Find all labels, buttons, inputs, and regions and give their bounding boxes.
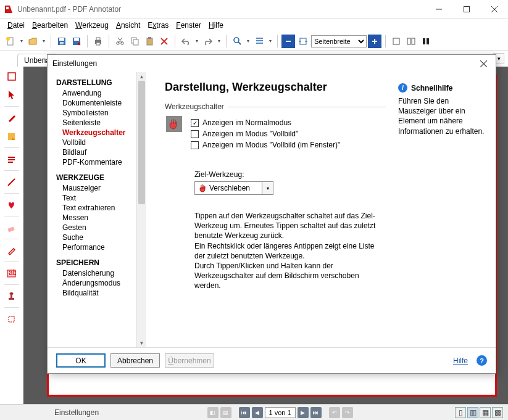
zoom-select[interactable]: Seitenbreite: [311, 35, 367, 47]
nav-item-vollbild[interactable]: Vollbild: [56, 138, 145, 147]
thumb-1-icon[interactable]: ◧: [207, 407, 219, 418]
nav-item-werkzeugschalter[interactable]: Werkzeugschalter: [56, 128, 145, 138]
line-icon[interactable]: [4, 175, 19, 189]
nav-item-suche[interactable]: Suche: [56, 233, 145, 242]
nav-item-text[interactable]: Text: [56, 193, 145, 203]
next-page-button[interactable]: ▶: [298, 407, 309, 418]
redo-icon[interactable]: [201, 35, 215, 48]
layout-2-icon[interactable]: [404, 35, 418, 48]
menu-extras[interactable]: Extras: [145, 20, 171, 31]
nav-scrollbar[interactable]: ▲ ▼: [136, 72, 146, 347]
menu-bearbeiten[interactable]: Bearbeiten: [30, 20, 70, 31]
apply-button[interactable]: Übernehmen: [165, 353, 214, 368]
nav-item-bildqualit-t[interactable]: Bildqualität: [56, 288, 145, 298]
view-single-icon[interactable]: ▯: [455, 407, 466, 418]
help-link[interactable]: Hilfe: [453, 356, 468, 365]
nav-item-anwendung[interactable]: Anwendung: [56, 88, 145, 98]
save-as-icon[interactable]: [70, 35, 83, 48]
help-icon[interactable]: ?: [477, 355, 487, 366]
new-dropdown[interactable]: ▾: [19, 38, 25, 44]
nav-item-performance[interactable]: Performance: [56, 242, 145, 252]
zoom-in-icon[interactable]: [368, 35, 381, 48]
scroll-thumb[interactable]: [138, 81, 145, 204]
target-tool-dropdown[interactable]: ▾: [262, 181, 273, 195]
checkbox-icon[interactable]: ✓: [191, 119, 199, 127]
new-icon[interactable]: [4, 35, 17, 48]
checkbox-icon[interactable]: [191, 141, 199, 149]
view-two-icon[interactable]: ▦: [480, 407, 491, 418]
svg-line-25: [238, 42, 241, 44]
search-icon[interactable]: [230, 35, 244, 48]
prev-page-button[interactable]: ◀: [252, 407, 263, 418]
undo-dropdown[interactable]: ▾: [194, 38, 200, 44]
layout-1-icon[interactable]: [389, 35, 403, 48]
scroll-down-icon[interactable]: ▼: [137, 339, 146, 347]
nav-item-datensicherung[interactable]: Datensicherung: [56, 268, 145, 278]
dialog-titlebar[interactable]: Einstellungen: [48, 55, 496, 72]
nav-item-seitenleiste[interactable]: Seitenleiste: [56, 118, 145, 128]
nav-item-gesten[interactable]: Gesten: [56, 223, 145, 233]
nav-item-mauszeiger[interactable]: Mauszeiger: [56, 183, 145, 193]
checkbox-row-0[interactable]: ✓Anzeigen im Normalmodus: [191, 118, 386, 127]
first-page-button[interactable]: ⏮: [239, 407, 250, 418]
crop-icon[interactable]: [4, 311, 19, 326]
delete-icon[interactable]: [157, 35, 171, 48]
pen-icon[interactable]: [4, 110, 19, 125]
menu-ansicht[interactable]: Ansicht: [114, 20, 143, 31]
nav-item-messen[interactable]: Messen: [56, 213, 145, 223]
layout-3-icon[interactable]: [419, 35, 433, 48]
list-dropdown[interactable]: ▾: [267, 38, 273, 44]
text-box-icon[interactable]: ab: [4, 266, 19, 281]
nav-item-bildlauf[interactable]: Bildlauf: [56, 147, 145, 157]
checkbox-icon[interactable]: [191, 130, 199, 138]
menu-werkzeug[interactable]: Werkzeug: [73, 20, 111, 31]
eraser-icon[interactable]: [4, 220, 19, 235]
view-cont-icon[interactable]: ▥: [467, 407, 478, 418]
redo-dropdown[interactable]: ▾: [216, 38, 222, 44]
zoom-out-icon[interactable]: [281, 35, 295, 48]
view-grid-icon[interactable]: ▩: [492, 407, 503, 418]
note-icon[interactable]: [4, 129, 19, 144]
minimize-button[interactable]: [425, 0, 452, 18]
menu-datei[interactable]: Datei: [5, 20, 27, 31]
cancel-button[interactable]: Abbrechen: [110, 353, 160, 368]
thumb-2-icon[interactable]: ▤: [220, 407, 231, 418]
svg-rect-7: [59, 38, 64, 41]
edit-icon[interactable]: [4, 243, 19, 258]
search-dropdown[interactable]: ▾: [245, 38, 251, 44]
nav-back-button[interactable]: ↶: [329, 407, 340, 418]
fit-width-icon[interactable]: [296, 35, 310, 48]
list-icon[interactable]: [252, 35, 266, 48]
checkbox-row-1[interactable]: Anzeigen im Modus "Vollbild": [191, 130, 386, 138]
menu-hilfe[interactable]: Hilfe: [206, 20, 226, 31]
stamp-icon[interactable]: [4, 289, 19, 303]
copy-icon[interactable]: [128, 35, 141, 48]
heart-icon[interactable]: [4, 197, 19, 212]
nav-item-symbolleisten[interactable]: Symbolleisten: [56, 108, 145, 118]
target-tool-select[interactable]: Verschieben: [194, 181, 262, 195]
ok-button[interactable]: OK: [56, 353, 106, 368]
nav-item-dokumentenleiste[interactable]: Dokumentenleiste: [56, 98, 145, 108]
dialog-close-button[interactable]: [476, 56, 491, 71]
page-input[interactable]: [265, 407, 296, 418]
last-page-button[interactable]: ⏭: [310, 407, 322, 418]
paste-icon[interactable]: [143, 35, 156, 48]
highlight-icon[interactable]: [4, 152, 19, 167]
nav-item-pdf-kommentare[interactable]: PDF-Kommentare: [56, 157, 145, 167]
select-box-icon[interactable]: [4, 69, 19, 84]
open-dropdown[interactable]: ▾: [41, 38, 47, 44]
scroll-up-icon[interactable]: ▲: [137, 72, 146, 81]
undo-icon[interactable]: [179, 35, 193, 48]
open-icon[interactable]: [26, 35, 40, 48]
cut-icon[interactable]: [113, 35, 127, 48]
maximize-button[interactable]: [452, 0, 480, 18]
save-icon[interactable]: [55, 35, 69, 48]
print-icon[interactable]: [91, 35, 105, 48]
nav-fwd-button[interactable]: ↷: [342, 407, 353, 418]
nav-item-text-extrahieren[interactable]: Text extrahieren: [56, 203, 145, 213]
menu-fenster[interactable]: Fenster: [173, 20, 204, 31]
cursor-icon[interactable]: [4, 88, 19, 102]
checkbox-row-2[interactable]: Anzeigen im Modus "Vollbild (im Fenster)…: [191, 141, 386, 149]
close-button[interactable]: [480, 0, 508, 18]
nav-item--nderungsmodus[interactable]: Änderungsmodus: [56, 278, 145, 288]
